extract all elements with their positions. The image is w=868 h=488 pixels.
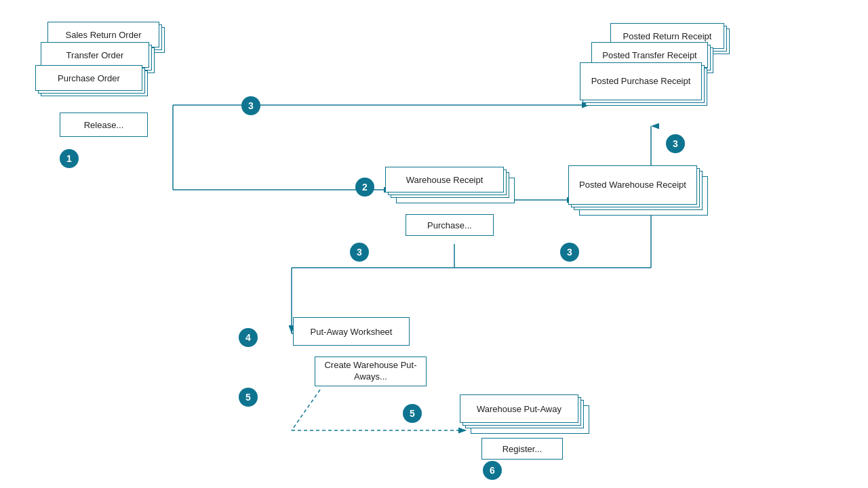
warehouse-put-away-box: Warehouse Put-Away — [460, 394, 578, 423]
svg-line-13 — [292, 390, 320, 430]
register-box: Register... — [481, 438, 563, 460]
create-put-aways-box: Create Warehouse Put-Aways... — [315, 357, 427, 386]
register-label: Register... — [502, 444, 542, 454]
put-away-worksheet-label: Put-Away Worksheet — [311, 327, 393, 337]
transfer-order-box: Transfer Order — [41, 42, 149, 68]
warehouse-put-away-label: Warehouse Put-Away — [477, 404, 561, 414]
badge-2: 2 — [355, 178, 374, 197]
sales-return-order-label: Sales Return Order — [66, 30, 142, 40]
badge-5b: 5 — [403, 404, 422, 423]
posted-purchase-receipt-box: Posted Purchase Receipt — [580, 62, 702, 100]
badge-5a: 5 — [239, 388, 258, 407]
purchase-order-label: Purchase Order — [58, 73, 120, 83]
posted-purchase-receipt-label: Posted Purchase Receipt — [591, 76, 691, 87]
badge-3a: 3 — [241, 96, 260, 115]
warehouse-receipt-label: Warehouse Receipt — [406, 175, 484, 185]
purchase-label: Purchase... — [427, 220, 472, 230]
badge-3c: 3 — [350, 243, 369, 262]
diagram: Sales Return Order Transfer Order Purcha… — [0, 0, 868, 488]
release-box: Release... — [60, 113, 148, 137]
badge-3b: 3 — [666, 134, 685, 153]
posted-return-receipt-label: Posted Return Receipt — [623, 31, 712, 41]
badge-4: 4 — [239, 328, 258, 347]
posted-transfer-receipt-label: Posted Transfer Receipt — [602, 50, 696, 60]
posted-warehouse-receipt-box: Posted Warehouse Receipt — [568, 165, 697, 205]
purchase-order-box: Purchase Order — [35, 65, 142, 91]
posted-warehouse-receipt-label: Posted Warehouse Receipt — [579, 180, 686, 191]
purchase-sub-box: Purchase... — [406, 214, 494, 236]
create-put-aways-label: Create Warehouse Put-Aways... — [322, 360, 419, 383]
release-label: Release... — [84, 120, 124, 130]
put-away-worksheet-box: Put-Away Worksheet — [293, 317, 410, 346]
badge-3d: 3 — [560, 243, 579, 262]
transfer-order-label: Transfer Order — [66, 50, 124, 60]
warehouse-receipt-box: Warehouse Receipt — [385, 167, 504, 192]
badge-6: 6 — [483, 461, 502, 480]
badge-1: 1 — [60, 149, 79, 168]
